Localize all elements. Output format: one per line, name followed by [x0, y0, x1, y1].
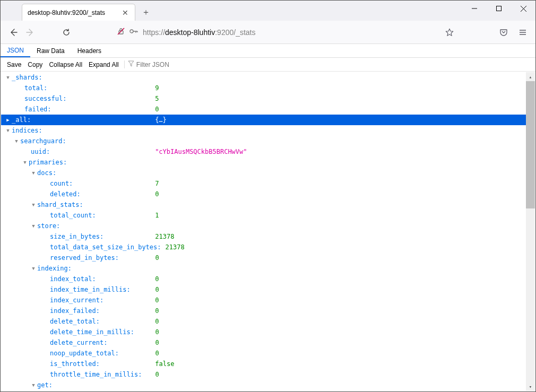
json-row[interactable]: ▼docs:: [1, 168, 535, 178]
json-key: noop_update_total:: [50, 350, 119, 357]
json-key: _all:: [12, 116, 31, 124]
expand-icon[interactable]: ▶: [5, 117, 11, 123]
json-key: searchguard:: [20, 137, 66, 145]
json-key: store:: [37, 222, 60, 230]
json-key: _shards:: [12, 74, 42, 81]
json-value: 5: [155, 95, 159, 102]
json-key: delete_time_in_millis:: [50, 328, 134, 336]
filter-wrap: [124, 60, 187, 68]
collapse-icon[interactable]: ▼: [31, 266, 36, 271]
json-value: 0: [155, 307, 159, 315]
json-row[interactable]: reserved_in_bytes:0: [1, 252, 535, 263]
json-value: 0: [155, 371, 159, 378]
json-row[interactable]: total:9: [1, 83, 535, 93]
json-key: indices:: [12, 127, 42, 134]
json-row[interactable]: successful:5: [1, 93, 535, 104]
svg-rect-1: [497, 6, 502, 11]
json-row[interactable]: ▼indices:: [1, 125, 535, 136]
json-key: delete_current:: [50, 339, 107, 346]
json-value: {…}: [155, 116, 167, 124]
collapse-icon[interactable]: ▼: [22, 160, 28, 165]
collapse-icon[interactable]: ▼: [5, 128, 11, 133]
json-row[interactable]: index_total:0: [1, 274, 535, 284]
json-row[interactable]: delete_time_in_millis:0: [1, 327, 535, 337]
scroll-up-icon[interactable]: ▴: [526, 72, 535, 81]
json-key: uuid:: [31, 148, 50, 155]
minimize-button[interactable]: [462, 1, 487, 16]
pocket-button[interactable]: [495, 24, 512, 41]
json-row[interactable]: ▼get:: [1, 380, 535, 390]
lock-warning-icon: [117, 27, 126, 37]
json-row[interactable]: ▼primaries:: [1, 157, 535, 168]
tab-raw-data[interactable]: Raw Data: [30, 44, 71, 57]
collapse-icon[interactable]: ▼: [31, 202, 36, 207]
json-row[interactable]: count:7: [1, 178, 535, 189]
url-bar[interactable]: https://desktop-8luhtiv:9200/_stats: [117, 24, 437, 41]
json-row[interactable]: throttle_time_in_millis:0: [1, 369, 535, 380]
key-icon: [129, 27, 139, 37]
tab-title: desktop-8luhtiv:9200/_stats: [28, 9, 121, 16]
collapse-icon[interactable]: ▼: [31, 170, 36, 176]
json-key: delete_total:: [50, 318, 100, 325]
json-key: deleted:: [50, 190, 81, 198]
scroll-down-icon[interactable]: ▾: [526, 382, 535, 391]
json-value: 21378: [155, 233, 174, 240]
json-key: count:: [50, 180, 73, 187]
browser-tab[interactable]: desktop-8luhtiv:9200/_stats ✕: [22, 4, 135, 21]
copy-button[interactable]: Copy: [24, 61, 46, 68]
json-key: indexing:: [37, 265, 72, 272]
json-row[interactable]: size_in_bytes:21378: [1, 231, 535, 242]
json-key: failed:: [24, 106, 51, 113]
toolbar: https://desktop-8luhtiv:9200/_stats: [1, 21, 535, 44]
json-row[interactable]: ▶_all:{…}: [1, 115, 535, 125]
json-row[interactable]: is_throttled:false: [1, 359, 535, 369]
json-row[interactable]: delete_total:0: [1, 316, 535, 327]
forward-button[interactable]: [22, 24, 39, 41]
json-key: total_data_set_size_in_bytes:: [50, 243, 161, 251]
new-tab-button[interactable]: ＋: [139, 5, 153, 20]
collapse-icon[interactable]: ▼: [5, 75, 11, 80]
tab-json[interactable]: JSON: [1, 44, 30, 57]
maximize-button[interactable]: [487, 1, 511, 16]
json-row[interactable]: index_failed:0: [1, 306, 535, 316]
json-key: primaries:: [29, 159, 67, 166]
close-tab-icon[interactable]: ✕: [121, 8, 129, 17]
json-value: 0: [155, 328, 159, 336]
menu-button[interactable]: [514, 24, 531, 41]
bookmark-button[interactable]: [441, 24, 458, 41]
json-row[interactable]: ▼_shards:: [1, 72, 535, 83]
collapse-all-button[interactable]: Collapse All: [46, 61, 85, 68]
json-row[interactable]: ▼shard_stats:: [1, 199, 535, 210]
scroll-thumb[interactable]: [526, 81, 535, 208]
reload-button[interactable]: [58, 24, 75, 41]
json-key: successful:: [24, 95, 66, 102]
json-row[interactable]: total_count:1: [1, 210, 535, 221]
filter-input[interactable]: [136, 61, 184, 68]
collapse-icon[interactable]: ▼: [31, 382, 36, 388]
json-row[interactable]: index_current:0: [1, 295, 535, 306]
json-value: 21378: [166, 243, 185, 251]
json-row[interactable]: index_time_in_millis:0: [1, 284, 535, 295]
json-row[interactable]: delete_current:0: [1, 337, 535, 348]
json-row[interactable]: failed:0: [1, 104, 535, 115]
json-value: 0: [155, 254, 159, 262]
json-row[interactable]: noop_update_total:0: [1, 348, 535, 359]
filter-icon: [128, 60, 134, 68]
json-row[interactable]: ▼store:: [1, 221, 535, 231]
json-key: size_in_bytes:: [50, 233, 103, 240]
json-row[interactable]: uuid:"cYbIAusMSQCkbB5BRCHwVw": [1, 146, 535, 157]
collapse-icon[interactable]: ▼: [31, 223, 36, 229]
collapse-icon[interactable]: ▼: [14, 138, 19, 144]
json-row[interactable]: deleted:0: [1, 189, 535, 199]
json-row[interactable]: ▼searchguard:: [1, 136, 535, 146]
json-row[interactable]: ▼indexing:: [1, 263, 535, 274]
close-window-button[interactable]: [511, 1, 535, 16]
back-button[interactable]: [5, 24, 22, 41]
svg-point-6: [130, 30, 133, 33]
expand-all-button[interactable]: Expand All: [85, 61, 122, 68]
tab-headers[interactable]: Headers: [71, 44, 108, 57]
json-row[interactable]: total_data_set_size_in_bytes:21378: [1, 242, 535, 252]
view-tabs: JSON Raw Data Headers: [1, 44, 535, 58]
save-button[interactable]: Save: [4, 61, 24, 68]
scrollbar[interactable]: ▴ ▾: [526, 72, 535, 391]
